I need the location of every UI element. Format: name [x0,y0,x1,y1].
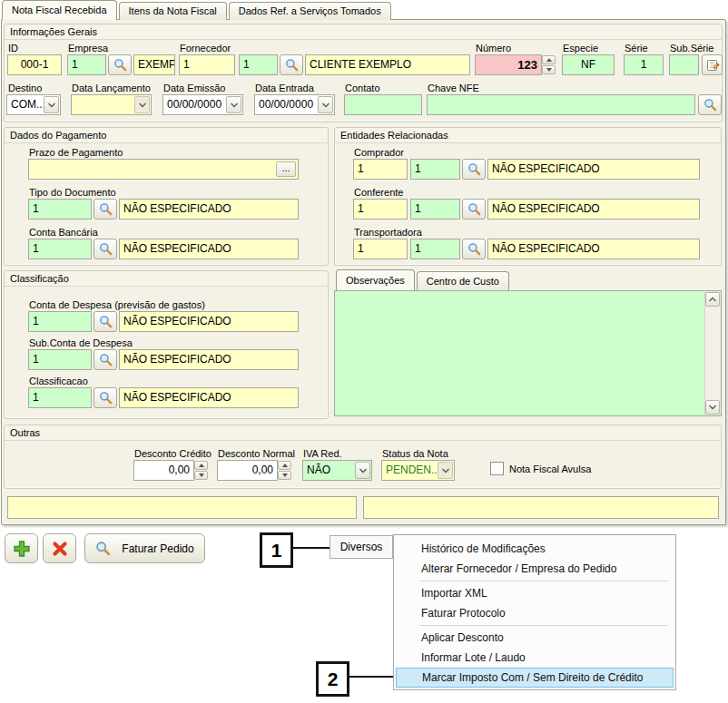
menu-item-informar-lote-laudo[interactable]: Informar Lote / Laudo [394,648,675,668]
conferente-search-button[interactable] [462,199,486,220]
fornecedor-search-button[interactable] [280,54,303,75]
dropdown-button[interactable] [438,462,453,479]
data-entrada-combo[interactable]: 00/00/0000 [254,94,335,115]
tab-nota-fiscal-recebida[interactable]: Nota Fiscal Recebida [2,0,117,20]
data-emissao-combo[interactable]: 00/00/0000 [162,94,243,115]
callout-1-line [293,547,330,549]
sub-serie-field[interactable] [669,54,699,75]
comprador-id-field[interactable]: 1 [353,159,408,180]
menu-item-historico-modificacoes[interactable]: Histórico de Modificações [394,539,675,559]
tipo-documento-desc-field[interactable]: NÃO ESPECIFICADO [119,199,299,220]
classificacao-label: Classificacao [29,376,88,386]
tab-dados-ref-servicos[interactable]: Dados Ref. a Serviços Tomados [229,2,391,20]
spin-down-button[interactable] [194,471,208,480]
sub-conta-code-field[interactable]: 1 [28,349,92,370]
desconto-normal-spinner[interactable] [278,460,291,481]
conta-bancaria-search-button[interactable] [93,239,117,259]
menu-item-alterar-fornecedor[interactable]: Alterar Fornecedor / Empresa do Pedido [394,559,675,579]
footer-right-field[interactable] [363,496,719,519]
fornecedor-name-field[interactable]: CLIENTE EXEMPLO [305,54,470,75]
dropdown-button[interactable] [318,96,333,113]
classificacao-desc-field[interactable]: NÃO ESPECIFICADO [119,387,299,408]
tab-centro-de-custo[interactable]: Centro de Custo [417,271,509,290]
destino-combo[interactable]: COM... [6,94,61,115]
classificacao-search-button[interactable] [93,387,117,408]
menu-item-marcar-imposto[interactable]: Marcar Imposto Com / Sem Direito de Créd… [396,668,674,688]
scroll-down-button[interactable] [705,400,720,415]
contato-field[interactable] [344,94,422,115]
sub-conta-desc-field[interactable]: NÃO ESPECIFICADO [119,349,299,370]
search-icon [467,242,481,256]
empresa-name-field[interactable]: EXEMPL [133,54,175,75]
chave-nfe-field[interactable] [427,94,695,115]
observacoes-textarea[interactable] [334,290,722,416]
conta-despesa-search-button[interactable] [93,311,117,332]
transportadora-code-field[interactable]: 1 [410,239,460,259]
prazo-browse-button[interactable]: ... [276,161,296,177]
data-lancamento-combo[interactable] [71,94,152,115]
classificacao-code-field[interactable]: 1 [28,387,92,408]
transportadora-desc-field[interactable]: NÃO ESPECIFICADO [487,239,700,259]
tipo-documento-code-field[interactable]: 1 [28,199,92,220]
id-field[interactable]: 000-1 [7,54,62,75]
dropdown-button[interactable] [134,96,150,113]
spin-down-button[interactable] [542,65,556,74]
tab-itens-nota-fiscal[interactable]: Itens da Nota Fiscal [119,2,227,20]
faturar-pedido-button[interactable]: Faturar Pedido [84,533,205,563]
empresa-code-field[interactable]: 1 [67,54,106,75]
sub-serie-edit-button[interactable] [702,54,723,75]
numero-field[interactable]: 123 [475,54,542,75]
observacoes-scrollbar[interactable] [704,292,720,415]
dropdown-button[interactable] [226,96,241,113]
transportadora-id-field[interactable]: 1 [353,239,408,259]
destino-value: COM... [11,98,45,111]
conta-bancaria-desc-field[interactable]: NÃO ESPECIFICADO [119,239,299,259]
prazo-pagamento-field[interactable]: ... [28,159,299,180]
transportadora-search-button[interactable] [462,239,486,259]
tab-observacoes[interactable]: Observações [336,269,415,290]
main-tabbar: Nota Fiscal Recebida Itens da Nota Fisca… [2,0,391,20]
desconto-credito-spinner[interactable] [194,460,208,481]
scroll-up-button[interactable] [705,292,720,307]
dropdown-button[interactable] [44,96,59,113]
comprador-search-button[interactable] [462,159,486,180]
delete-button[interactable] [43,533,76,563]
fornecedor-id-field[interactable]: 1 [179,54,235,75]
conta-bancaria-code-field[interactable]: 1 [28,239,92,259]
conferente-id-field[interactable]: 1 [353,199,408,220]
chave-nfe-search-button[interactable] [698,94,722,115]
especie-field[interactable]: NF [562,54,615,75]
footer-left-field[interactable] [7,496,357,519]
comprador-code-field[interactable]: 1 [410,159,460,180]
spin-up-button[interactable] [278,461,291,470]
menu-item-aplicar-desconto[interactable]: Aplicar Desconto [394,628,675,648]
conferente-code-field[interactable]: 1 [410,199,460,220]
diversos-button[interactable]: Diversos [330,535,393,559]
arrow-down-icon [282,474,288,477]
numero-spinner[interactable] [542,54,556,75]
callout-2-line [349,676,393,678]
add-button[interactable] [5,533,38,563]
serie-field[interactable]: 1 [624,54,664,75]
sub-conta-search-button[interactable] [93,349,117,370]
conta-despesa-code-field[interactable]: 1 [28,311,92,332]
conta-despesa-desc-field[interactable]: NÃO ESPECIFICADO [119,311,299,332]
spin-down-button[interactable] [278,471,291,480]
chevron-down-icon [47,103,56,108]
spin-up-button[interactable] [194,461,208,470]
iva-red-combo[interactable]: NÃO [302,460,372,481]
spin-up-button[interactable] [542,55,556,64]
desconto-normal-field[interactable]: 0,00 [217,460,278,481]
status-nota-combo[interactable]: PENDEN... [381,460,455,481]
conferente-desc-field[interactable]: NÃO ESPECIFICADO [487,199,700,220]
dropdown-button[interactable] [355,462,370,479]
desconto-credito-field[interactable]: 0,00 [133,460,194,481]
search-icon [99,202,113,216]
menu-item-importar-xml[interactable]: Importar XML [394,583,675,603]
comprador-desc-field[interactable]: NÃO ESPECIFICADO [487,159,700,180]
tipo-documento-search-button[interactable] [93,199,117,220]
fornecedor-code-field[interactable]: 1 [239,54,278,75]
empresa-search-button[interactable] [108,54,132,75]
nota-fiscal-avulsa-checkbox[interactable] [490,462,504,475]
menu-item-faturar-protocolo[interactable]: Faturar Protocolo [394,603,675,623]
